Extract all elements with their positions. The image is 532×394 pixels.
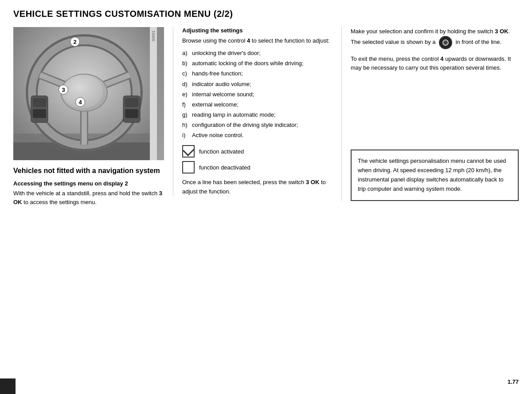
page-title: VEHICLE SETTINGS CUSTOMISATION MENU (2/2… [13,9,519,19]
badge-2: 2 [70,37,80,47]
svg-rect-20 [33,109,46,118]
right-column: Make your selection and confirm it by ho… [341,27,519,201]
function-list: a) unlocking the driver's door; b) autom… [182,49,332,140]
middle-column: Adjusting the settings Browse using the … [173,27,341,196]
badge-3: 3 [59,85,68,95]
warning-text: The vehicle settings personalisation men… [358,157,512,193]
list-item: b) automatic locking of the doors while … [182,59,332,68]
activated-label: function activated [199,148,244,155]
left-column: 34501 2 3 4 Vehicles not fitted with a n… [13,27,173,207]
list-item: i) Active noise control. [182,131,332,140]
adjusting-heading: Adjusting the settings [182,27,332,34]
right-top-section: Make your selection and confirm it by ho… [351,27,519,72]
checked-checkbox-icon [182,145,195,158]
steering-wheel-image: 34501 2 3 4 [13,27,164,160]
left-section-heading: Vehicles not fitted with a navigation sy… [13,166,164,176]
list-item: a) unlocking the driver's door; [182,49,332,58]
main-columns: 34501 2 3 4 Vehicles not fitted with a n… [13,27,519,207]
black-bar-decoration [0,378,16,394]
warning-box: The vehicle settings personalisation men… [351,150,519,201]
page-number: 1.77 [508,378,519,385]
left-body-text: With the vehicle at a standstill, press … [13,189,164,207]
deactivated-icon-row: function deactivated [182,161,332,173]
intro-text: Browse using the control 4 to select the… [182,36,332,45]
svg-rect-21 [150,27,157,160]
list-item: h) configuration of the driving style in… [182,121,332,130]
deactivated-label: function deactivated [199,164,250,171]
list-item: d) indicator audio volume; [182,80,332,89]
svg-text:34501: 34501 [151,30,156,41]
svg-rect-17 [125,109,138,118]
radio-icon [439,36,452,49]
badge-4: 4 [75,97,85,107]
middle-footer-text: Once a line has been selected, press the… [182,178,332,196]
list-item: c) hands-free function; [182,69,332,78]
list-item: e) internal welcome sound; [182,90,332,99]
svg-rect-16 [125,98,138,107]
unchecked-checkbox-icon [182,161,195,173]
svg-rect-19 [33,98,46,107]
page-container: VEHICLE SETTINGS CUSTOMISATION MENU (2/2… [0,0,532,394]
list-item: f) external welcome; [182,100,332,109]
activated-icon-row: function activated [182,145,332,158]
list-item: g) reading lamp in automatic mode; [182,110,332,119]
left-sub-heading: Accessing the settings menu on display 2 [13,180,164,187]
